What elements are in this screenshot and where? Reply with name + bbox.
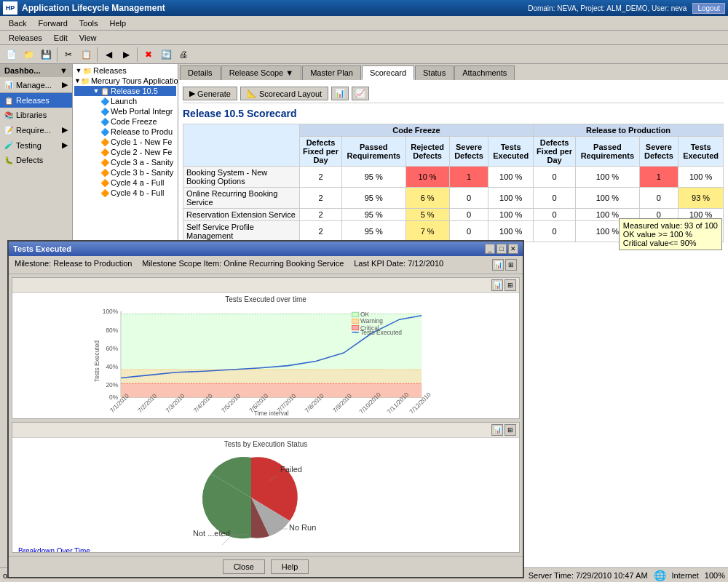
sidebar-item-require[interactable]: 📝 Require... ▶ <box>0 122 72 137</box>
menu-forward[interactable]: Forward <box>32 17 73 29</box>
sidebar-item-releases[interactable]: 📋 Releases <box>0 93 72 108</box>
tree-item-codefreeze[interactable]: 🔷 Code Freeze <box>74 116 176 127</box>
sc-cell-3-1[interactable]: 95 % <box>342 221 406 242</box>
sc-cell-0-8[interactable]: 100 % <box>678 167 724 188</box>
breakdown-link[interactable]: Breakdown Over Time <box>18 547 90 553</box>
chart2-icon-btn2[interactable]: ⊞ <box>505 424 516 436</box>
toolbar-cut[interactable]: ✂ <box>60 47 76 63</box>
sc-row-0[interactable]: Booking System - New Booking Options295 … <box>183 167 724 188</box>
menu-tools[interactable]: Tools <box>74 17 104 29</box>
tree-item-releases[interactable]: ▼ 📁 Releases <box>74 65 176 76</box>
tree-item-cycle3a[interactable]: 🔶 Cycle 3 a - Sanity <box>74 157 176 167</box>
sc-cell-3-2[interactable]: 7 % <box>405 221 449 242</box>
tree-item-cycle3b[interactable]: 🔶 Cycle 3 b - Sanity <box>74 167 176 178</box>
tree-item-releaseprod[interactable]: 🔷 Release to Produ <box>74 127 176 137</box>
tree-item-release105[interactable]: ▼ 📋 Release 10.5 <box>74 86 176 96</box>
dialog-icon-btn1[interactable]: 📊 <box>492 259 504 271</box>
sc-cell-1-5[interactable]: 0 <box>534 188 576 209</box>
sc-cell-2-3[interactable]: 0 <box>449 209 488 221</box>
tree-item-webportal[interactable]: 🔷 Web Portal Integr <box>74 106 176 116</box>
generate-button[interactable]: ▶ Generate <box>183 87 237 100</box>
logout-button[interactable]: Logout <box>692 3 725 14</box>
dialog-help-button[interactable]: Help <box>271 559 309 574</box>
sc-cell-0-0[interactable]: 2 <box>300 167 342 188</box>
sc-cell-3-5[interactable]: 0 <box>534 221 576 242</box>
tab-attachments[interactable]: Attachments <box>454 65 515 80</box>
sidebar-item-testing[interactable]: 🧪 Testing ▶ <box>0 137 72 153</box>
dialog-restore-button[interactable]: □ <box>496 244 507 254</box>
sc-cell-0-2[interactable]: 10 % <box>405 167 449 188</box>
sc-toolbar-btn1[interactable]: 📊 <box>331 87 349 100</box>
tree-item-cycle4b[interactable]: 🔶 Cycle 4 b - Full <box>74 188 176 198</box>
tab-master-plan[interactable]: Master Plan <box>302 65 361 80</box>
sc-cell-2-2[interactable]: 5 % <box>405 209 449 221</box>
menu-help[interactable]: Help <box>104 17 132 29</box>
sc-cell-1-3[interactable]: 0 <box>449 188 488 209</box>
sc-cell-2-0[interactable]: 2 <box>300 209 342 221</box>
sc-row-label-3: Self Service Profile Management <box>183 221 300 242</box>
sc-cell-1-2[interactable]: 6 % <box>405 188 449 209</box>
tree-item-cycle4a[interactable]: 🔶 Cycle 4 a - Full <box>74 178 176 188</box>
sc-col-h5: Tests Executed <box>488 137 534 167</box>
dialog-close-x-button[interactable]: ✕ <box>508 244 518 254</box>
sc-cell-1-1[interactable]: 95 % <box>342 188 406 209</box>
sc-cell-0-4[interactable]: 100 % <box>488 167 534 188</box>
tree-toggle-releases[interactable]: ▼ <box>74 66 83 75</box>
menu-releases[interactable]: Releases <box>3 32 48 44</box>
tree-item-cycle2[interactable]: 🔶 Cycle 2 - New Fe <box>74 147 176 157</box>
svg-rect-28 <box>352 319 359 323</box>
tree-toggle-mercury[interactable]: ▼ <box>74 76 81 85</box>
tree-item-mercury[interactable]: ▼ 📁 Mercury Tours Applicatio <box>74 76 176 86</box>
toolbar-save[interactable]: 💾 <box>38 47 54 63</box>
menu-back[interactable]: Back <box>3 17 32 29</box>
toolbar-forward[interactable]: ▶ <box>118 47 134 63</box>
dialog-icon-btn2[interactable]: ⊞ <box>505 259 517 271</box>
sidebar-manage-arrow: ▶ <box>62 80 68 89</box>
sc-cell-2-5[interactable]: 0 <box>534 209 576 221</box>
sc-row-1[interactable]: Online Recurring Booking Service295 %6 %… <box>183 188 724 209</box>
dialog-minimize-button[interactable]: _ <box>485 244 495 254</box>
sc-cell-2-1[interactable]: 95 % <box>342 209 406 221</box>
sc-cell-1-8[interactable]: 93 % <box>678 188 724 209</box>
sc-cell-3-4[interactable]: 100 % <box>488 221 534 242</box>
sc-cell-1-7[interactable]: 0 <box>639 188 678 209</box>
tree-item-launch[interactable]: 🔷 Launch <box>74 96 176 106</box>
sc-cell-1-4[interactable]: 100 % <box>488 188 534 209</box>
sidebar-item-manage[interactable]: 📊 Manage... ▶ <box>0 77 72 92</box>
chart1-icon-btn2[interactable]: ⊞ <box>505 279 516 291</box>
sc-cell-3-3[interactable]: 0 <box>449 221 488 242</box>
menu-view[interactable]: View <box>74 32 103 44</box>
menu-edit[interactable]: Edit <box>48 32 74 44</box>
toolbar-print[interactable]: 🖨 <box>175 47 191 63</box>
sc-cell-0-6[interactable]: 100 % <box>576 167 640 188</box>
tab-details[interactable]: Details <box>180 65 221 80</box>
tree-item-cycle1[interactable]: 🔶 Cycle 1 - New Fe <box>74 137 176 147</box>
sc-cell-2-4[interactable]: 100 % <box>488 209 534 221</box>
sc-cell-0-3[interactable]: 1 <box>449 167 488 188</box>
toolbar-delete[interactable]: ✖ <box>141 47 157 63</box>
chart1-icon-btn1[interactable]: 📊 <box>491 279 503 291</box>
scorecard-layout-button[interactable]: 📐 Scorecard Layout <box>240 87 328 100</box>
sc-cell-0-7[interactable]: 1 <box>639 167 678 188</box>
dialog-close-button[interactable]: Close <box>223 559 265 574</box>
sc-cell-1-0[interactable]: 2 <box>300 188 342 209</box>
tree-toggle-release105[interactable]: ▼ <box>92 87 100 95</box>
chart2-icon-btn1[interactable]: 📊 <box>491 424 503 436</box>
tab-scorecard[interactable]: Scorecard <box>362 65 414 80</box>
sc-toolbar-btn2[interactable]: 📈 <box>352 87 369 100</box>
generate-label: Generate <box>197 89 231 98</box>
sc-cell-0-1[interactable]: 95 % <box>342 167 406 188</box>
toolbar-back[interactable]: ◀ <box>100 47 116 63</box>
toolbar-open[interactable]: 📁 <box>20 47 36 63</box>
sc-cell-1-6[interactable]: 100 % <box>576 188 640 209</box>
tab-status[interactable]: Status <box>415 65 454 80</box>
tab-release-scope[interactable]: Release Scope ▼ <box>221 65 302 80</box>
sidebar-item-libraries[interactable]: 📚 Libraries <box>0 108 72 122</box>
sidebar-item-defects[interactable]: 🐛 Defects <box>0 153 72 167</box>
toolbar-refresh[interactable]: 🔄 <box>158 47 174 63</box>
sc-cell-3-0[interactable]: 2 <box>300 221 342 242</box>
toolbar-sep2 <box>97 47 98 62</box>
toolbar-copy[interactable]: 📋 <box>78 47 94 63</box>
sc-cell-0-5[interactable]: 0 <box>534 167 576 188</box>
toolbar-new[interactable]: 📄 <box>3 47 19 63</box>
